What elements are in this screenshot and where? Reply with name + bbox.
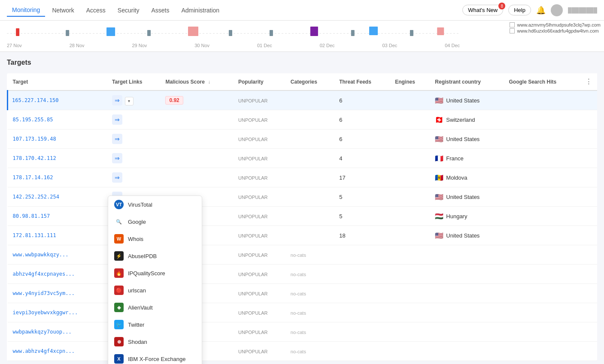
target-links-icon[interactable]: ⇒ (112, 114, 122, 125)
dropdown-item-twitter[interactable]: 🐦 Twitter (108, 316, 202, 333)
cell-target: 172.81.131.111 (8, 226, 107, 245)
nav-monitoring[interactable]: Monitoring (7, 4, 45, 17)
cell-categories: no-cats (285, 303, 334, 322)
score-dropdown-btn[interactable]: ▾ (125, 97, 134, 105)
table-row: abhzv4gf4xcpnayes...⇒UNPOPULARno-cats (8, 265, 598, 284)
table-row: www.wwbpawkkqzy...⇒UNPOPULARno-cats (8, 245, 598, 265)
cell-registrant: 🇫🇷France (430, 149, 504, 168)
cell-popularity: UNPOPULAR (233, 265, 285, 284)
dropdown-item-label: AbuseIPDB (128, 253, 157, 259)
cell-links: ⇒ (107, 110, 160, 129)
cell-categories (285, 187, 334, 207)
col-google: Google Search Hits (504, 73, 580, 90)
col-registrant: Registrant country (430, 73, 504, 90)
cell-categories (285, 168, 334, 187)
nav-assets[interactable]: Assets (146, 4, 174, 16)
flag-icon: 🇨🇭 (435, 116, 443, 124)
dropdown-item-icon-twitter: 🐦 (114, 320, 124, 329)
dropdown-item-label: Google (128, 219, 146, 225)
target-links-icon[interactable]: ⇒ (112, 172, 122, 183)
svg-rect-11 (410, 30, 413, 36)
cell-target: 80.98.81.157 (8, 207, 107, 226)
cell-engines (390, 90, 430, 110)
cell-target: www.y4nyid73vc5ym... (8, 284, 107, 303)
table-row: wwbpawkkqzy7ouop...⇒ ▾0.44UNPOPULARno-ca… (8, 322, 598, 342)
target-links-icon[interactable]: ⇒ (112, 134, 122, 144)
cell-popularity: UNPOPULAR (233, 149, 285, 168)
col-score[interactable]: Malicious Score ↓ (160, 73, 233, 90)
cell-google (504, 149, 580, 168)
cell-google (504, 90, 580, 110)
dropdown-item-label: Whois (128, 236, 143, 242)
cell-categories (285, 110, 334, 129)
help-button[interactable]: Help (508, 5, 531, 15)
table-row: 142.252.252.254⇒UNPOPULAR5🇺🇸United State… (8, 187, 598, 207)
sort-icon-score: ↓ (208, 79, 210, 85)
cell-target: ievpi3oyebwvxkggwr... (8, 303, 107, 322)
legend-checkbox-2[interactable] (510, 28, 515, 33)
cell-target: 142.252.252.254 (8, 187, 107, 207)
cell-threats: 6 (334, 110, 390, 129)
cell-more (580, 187, 597, 207)
cell-categories (285, 129, 334, 149)
cell-registrant: 🇺🇸United States (430, 129, 504, 149)
cell-links: ⇒ (107, 149, 160, 168)
cell-engines (390, 149, 430, 168)
legend-checkbox-1[interactable] (510, 22, 515, 27)
table-header: Target Target Links Malicious Score ↓ Po… (8, 73, 598, 90)
dropdown-item-whois[interactable]: W Whois (108, 230, 202, 247)
dropdown-menu: VT VirusTotal 🔍 Google W Whois ⚡ AbuseIP… (108, 196, 202, 364)
cell-engines (390, 226, 430, 245)
nav-access[interactable]: Access (81, 4, 111, 16)
whats-new-button[interactable]: What's New 8 (462, 5, 503, 15)
bell-icon[interactable]: 🔔 (536, 6, 546, 15)
cell-categories (285, 207, 334, 226)
cell-threats (334, 322, 390, 342)
svg-rect-12 (437, 27, 444, 35)
dropdown-item-urlscan[interactable]: 🔴 urlscan (108, 282, 202, 299)
cell-score (160, 149, 233, 168)
cell-google (504, 265, 580, 284)
cell-popularity: UNPOPULAR (233, 168, 285, 187)
cell-more (580, 245, 597, 265)
cell-threats: 5 (334, 207, 390, 226)
dropdown-item-shodan[interactable]: ⊛ Shodan (108, 333, 202, 350)
cell-popularity: UNPOPULAR (233, 129, 285, 149)
dropdown-item-alienvault[interactable]: ◈ AlienVault (108, 299, 202, 316)
dropdown-item-icon-google: 🔍 (114, 217, 124, 226)
dropdown-item-abuse[interactable]: ⚡ AbuseIPDB (108, 247, 202, 265)
cell-categories: no-cats (285, 265, 334, 284)
cell-more (580, 129, 597, 149)
nav-right: What's New 8 Help 🔔 ████████ (462, 4, 597, 16)
cell-more (580, 207, 597, 226)
dropdown-item-vt[interactable]: VT VirusTotal (108, 196, 202, 213)
cell-google (504, 129, 580, 149)
table-row: ievpi3oyebwvxkggwr...⇒ ▾0.44UNPOPULARno-… (8, 303, 598, 322)
cell-registrant: 🇲🇩Moldova (430, 168, 504, 187)
table-row: www.abhzv4gf4xcpn...⇒ ▾0.44UNPOPULARno-c… (8, 342, 598, 361)
cell-more (580, 168, 597, 187)
dropdown-item-ipqs[interactable]: 🔥 IPQualityScore (108, 265, 202, 282)
cell-popularity: UNPOPULAR (233, 342, 285, 361)
target-links-icon[interactable]: ⇒ (112, 153, 122, 163)
table-row: www.y4nyid73vc5ym...⇒UNPOPULARno-cats (8, 284, 598, 303)
cell-popularity: UNPOPULAR (233, 187, 285, 207)
cell-categories: no-cats (285, 322, 334, 342)
nav-security[interactable]: Security (112, 4, 145, 16)
nav-administration[interactable]: Administration (176, 4, 225, 16)
col-threats: Threat Feeds (334, 73, 390, 90)
cell-google (504, 168, 580, 187)
cell-threats (334, 265, 390, 284)
dropdown-item-ibm[interactable]: X IBM X-Force Exchange (108, 350, 202, 364)
cell-registrant (430, 245, 504, 265)
cell-engines (390, 207, 430, 226)
username: ████████ (568, 7, 597, 13)
avatar[interactable] (551, 4, 563, 16)
table-row: 80.98.81.157⇒UNPOPULAR5🇭🇺Hungary (8, 207, 598, 226)
cell-popularity: UNPOPULAR (233, 245, 285, 265)
cell-links: ⇒ ▾ (107, 90, 160, 110)
col-more-icon[interactable]: ⋮ (585, 78, 592, 85)
target-links-icon[interactable]: ⇒ (112, 95, 122, 105)
nav-network[interactable]: Network (47, 4, 79, 16)
dropdown-item-google[interactable]: 🔍 Google (108, 213, 202, 230)
